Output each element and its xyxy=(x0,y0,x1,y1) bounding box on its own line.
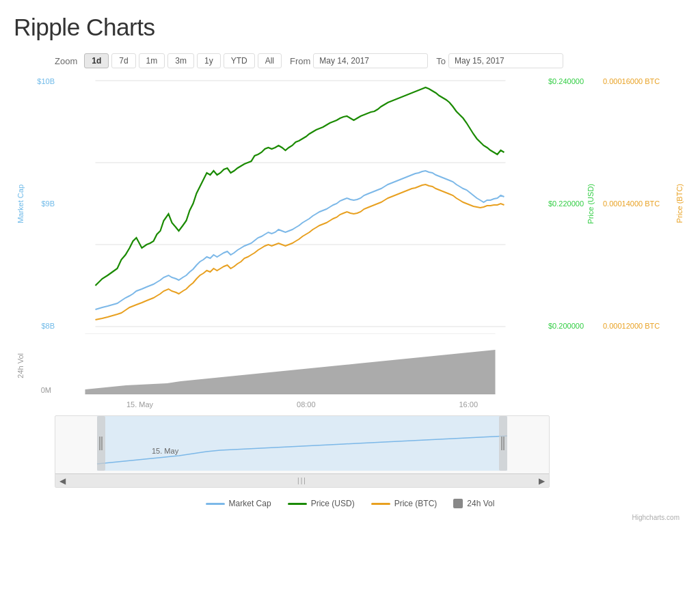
main-chart-area: Market Cap $10B $9B $8B xyxy=(14,74,686,333)
zoom-btn-1m[interactable]: 1m xyxy=(139,53,165,68)
legend-market-cap-label: Market Cap xyxy=(229,499,271,508)
zoom-btn-1y[interactable]: 1y xyxy=(197,53,221,68)
to-date-input[interactable] xyxy=(448,53,563,68)
legend-24h-vol-label: 24h Vol xyxy=(467,499,494,508)
vol-left-labels: 24h Vol 0M xyxy=(14,333,58,398)
x-label-3: 16:00 xyxy=(459,400,478,409)
y-usd-label-1: $0.240000 xyxy=(548,77,584,85)
navigator-container[interactable]: 15. May ◀ ||| ▶ xyxy=(14,415,686,488)
legend-price-usd-label: Price (USD) xyxy=(311,499,355,508)
y-btc-label-3: 0.00012000 BTC xyxy=(603,322,673,330)
zoom-btn-all[interactable]: All xyxy=(258,53,282,68)
navigator-svg: 15. May xyxy=(55,416,549,471)
legend-price-usd-color xyxy=(288,503,307,505)
legend-price-usd: Price (USD) xyxy=(288,499,355,508)
navigator-svg-wrapper[interactable]: 15. May ◀ ||| ▶ xyxy=(55,415,550,488)
y-axis-right-btc: 0.00016000 BTC 0.00014000 BTC 0.00012000… xyxy=(597,74,686,333)
y-usd-label-2: $0.220000 xyxy=(548,199,584,208)
main-chart-svg-wrapper xyxy=(58,74,543,333)
main-chart-svg xyxy=(58,74,543,333)
market-cap-axis-title: Market Cap xyxy=(16,184,25,223)
zoom-label: Zoom xyxy=(55,56,77,66)
svg-text:15. May: 15. May xyxy=(152,447,179,455)
y-usd-label-3: $0.200000 xyxy=(548,322,584,330)
legend-market-cap-color xyxy=(206,503,225,505)
volume-svg-wrapper xyxy=(58,333,522,398)
vol-y-label-0m: 0M xyxy=(27,386,55,394)
from-label: From xyxy=(290,56,310,66)
y-left-label-3: $8B xyxy=(27,322,55,330)
legend-market-cap: Market Cap xyxy=(206,499,271,508)
y-left-label-1: $10B xyxy=(27,77,55,85)
zoom-btn-7d[interactable]: 7d xyxy=(111,53,135,68)
legend-24h-vol: 24h Vol xyxy=(453,499,494,508)
vol-right-spacer xyxy=(522,333,686,398)
zoom-btn-ytd[interactable]: YTD xyxy=(224,53,255,68)
svg-rect-10 xyxy=(97,416,105,471)
page-title: Ripple Charts xyxy=(14,14,686,41)
navigator-scroll-left[interactable]: ◀ xyxy=(55,475,70,487)
volume-row: 24h Vol 0M xyxy=(14,333,686,398)
x-axis-labels: 15. May 08:00 16:00 xyxy=(14,400,686,409)
vol-axis-title: 24h Vol xyxy=(16,353,25,378)
svg-rect-9 xyxy=(97,416,507,471)
zoom-bar: Zoom 1d 7d 1m 3m 1y YTD All From To xyxy=(14,53,686,68)
y-axis-right-usd: $0.240000 $0.220000 $0.200000 Price (USD… xyxy=(543,74,597,333)
svg-rect-13 xyxy=(499,416,507,471)
y-axis-left: Market Cap $10B $9B $8B xyxy=(14,74,58,333)
y-left-label-2: $9B xyxy=(27,199,55,208)
navigator-drag-handle[interactable]: ||| xyxy=(297,477,307,484)
legend-price-btc-color xyxy=(371,503,390,505)
legend-24h-vol-color xyxy=(453,499,463,508)
highcharts-credit: Highcharts.com xyxy=(14,514,686,521)
chart-container: Market Cap $10B $9B $8B xyxy=(14,74,686,488)
legend-price-btc: Price (BTC) xyxy=(371,499,438,508)
y-btc-label-1: 0.00016000 BTC xyxy=(603,77,673,85)
legend: Market Cap Price (USD) Price (BTC) 24h V… xyxy=(14,499,686,508)
zoom-btn-1d[interactable]: 1d xyxy=(84,53,109,68)
to-label: To xyxy=(436,56,446,66)
zoom-btn-3m[interactable]: 3m xyxy=(167,53,194,68)
y-btc-label-2: 0.00014000 BTC xyxy=(603,199,673,208)
svg-marker-6 xyxy=(85,350,496,394)
navigator-scroll-right[interactable]: ▶ xyxy=(535,475,549,487)
volume-chart-svg xyxy=(58,333,522,395)
x-label-1: 15. May xyxy=(126,400,153,409)
from-date-input[interactable] xyxy=(313,53,428,68)
price-usd-axis-title: Price (USD) xyxy=(587,184,595,224)
price-btc-axis-title: Price (BTC) xyxy=(675,184,684,223)
legend-price-btc-label: Price (BTC) xyxy=(394,499,438,508)
right-axes: $0.240000 $0.220000 $0.200000 Price (USD… xyxy=(543,74,686,333)
x-label-2: 08:00 xyxy=(297,400,316,409)
